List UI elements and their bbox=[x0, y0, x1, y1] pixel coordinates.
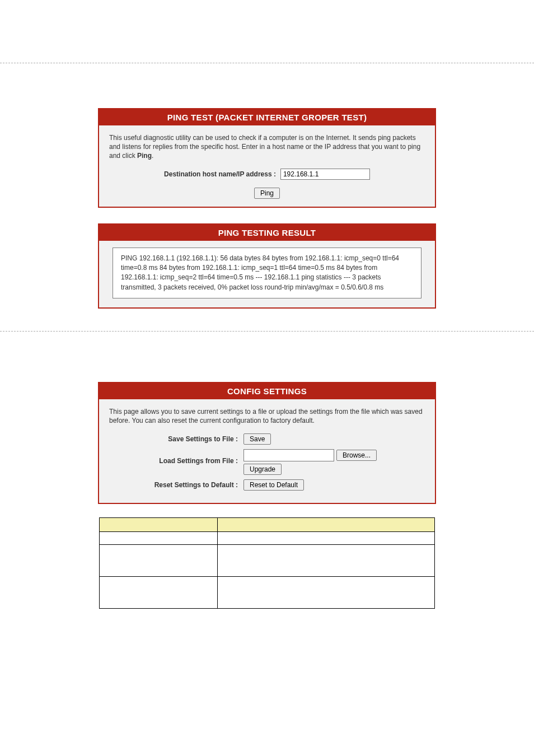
ping-test-title: PING TEST (PACKET INTERNET GROPER TEST) bbox=[99, 109, 435, 125]
load-settings-label: Load Settings from File : bbox=[109, 449, 243, 465]
ping-button[interactable]: Ping bbox=[254, 188, 280, 199]
reset-settings-label: Reset Settings to Default : bbox=[109, 479, 243, 489]
table-row bbox=[100, 517, 435, 531]
ping-result-title: PING TESTING RESULT bbox=[99, 225, 435, 241]
ping-test-description: This useful diagnostic utility can be us… bbox=[109, 133, 425, 161]
config-settings-title: CONFIG SETTINGS bbox=[99, 383, 435, 399]
table-row bbox=[100, 531, 435, 544]
config-settings-description: This page allows you to save current set… bbox=[109, 407, 425, 425]
ping-test-panel: PING TEST (PACKET INTERNET GROPER TEST) … bbox=[98, 108, 436, 208]
destination-input[interactable] bbox=[280, 169, 370, 180]
table-row bbox=[100, 544, 435, 576]
reset-button[interactable]: Reset to Default bbox=[243, 479, 304, 491]
ping-result-panel: PING TESTING RESULT PING 192.168.1.1 (19… bbox=[98, 223, 436, 309]
load-file-input[interactable] bbox=[243, 449, 334, 461]
ping-result-output: PING 192.168.1.1 (192.168.1.1): 56 data … bbox=[113, 248, 421, 299]
destination-label: Destination host name/IP address : bbox=[164, 170, 276, 178]
save-button[interactable]: Save bbox=[243, 433, 271, 445]
browse-button[interactable]: Browse... bbox=[336, 450, 377, 461]
ping-desc-text-c: . bbox=[152, 152, 153, 160]
save-settings-label: Save Settings to File : bbox=[109, 433, 243, 443]
ping-desc-bold: Ping bbox=[137, 152, 152, 160]
empty-table bbox=[99, 517, 435, 609]
ping-desc-text-a: This useful diagnostic utility can be us… bbox=[109, 134, 420, 160]
table-row bbox=[100, 576, 435, 608]
config-settings-panel: CONFIG SETTINGS This page allows you to … bbox=[98, 382, 436, 503]
upgrade-button[interactable]: Upgrade bbox=[243, 464, 282, 475]
